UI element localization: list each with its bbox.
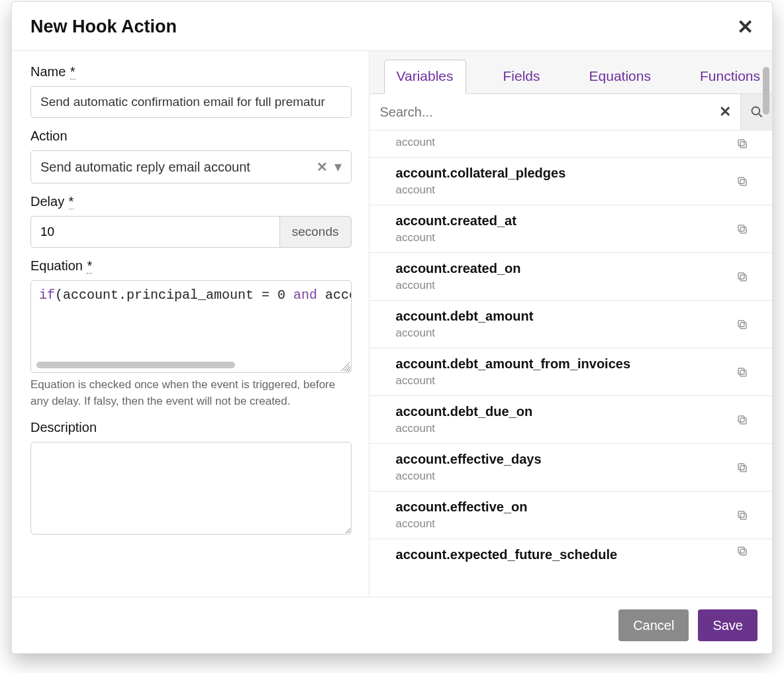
textarea-equation[interactable]: if(account.principal_amount = 0 and acco…	[30, 280, 352, 373]
field-description: Description	[30, 420, 352, 537]
variable-context: account	[396, 470, 732, 483]
form-pane: Name * Action Send automatic reply email…	[12, 51, 369, 597]
copy-icon[interactable]	[736, 138, 748, 150]
svg-rect-17	[738, 464, 744, 470]
clear-search-button[interactable]: ✕	[709, 94, 740, 130]
variable-name: account.debt_amount_from_invoices	[396, 356, 732, 372]
equation-scrollbar[interactable]	[36, 362, 235, 368]
clear-action-icon[interactable]: ✕	[317, 159, 328, 175]
field-delay: Delay * seconds	[30, 194, 352, 248]
svg-rect-14	[740, 418, 746, 424]
copy-icon[interactable]	[736, 545, 748, 557]
delay-row: seconds	[30, 216, 352, 248]
close-icon: ✕	[719, 103, 731, 121]
svg-rect-4	[740, 180, 746, 185]
variable-name: account.collateral_pledges	[396, 166, 732, 181]
copy-icon[interactable]	[736, 176, 748, 187]
modal-title: New Hook Action	[30, 17, 177, 37]
svg-rect-20	[740, 549, 746, 555]
copy-icon[interactable]	[736, 509, 748, 521]
input-delay[interactable]	[30, 216, 279, 248]
variable-row[interactable]: account.debt_due_onaccount	[369, 396, 772, 444]
variable-row[interactable]: account.effective_onaccount	[369, 492, 772, 539]
label-name: Name	[30, 64, 66, 79]
copy-icon[interactable]	[736, 223, 748, 235]
variable-name: account.created_on	[396, 261, 732, 276]
modal-footer: Cancel Save	[12, 597, 772, 653]
svg-rect-2	[740, 142, 746, 148]
equation-help-text: Equation is checked once when the event …	[30, 377, 352, 409]
copy-icon[interactable]	[736, 319, 748, 331]
tab-variables[interactable]: Variables	[384, 60, 466, 94]
variable-name: account.debt_amount	[396, 309, 732, 324]
variables-list: accountaccount.collateral_pledgesaccount…	[369, 130, 772, 597]
svg-rect-11	[738, 321, 744, 327]
variable-context: account	[396, 136, 732, 149]
copy-icon[interactable]	[736, 271, 748, 283]
svg-point-0	[752, 107, 760, 115]
svg-rect-18	[740, 513, 746, 519]
svg-rect-19	[738, 511, 744, 517]
variable-name: account.created_at	[396, 213, 732, 229]
field-name: Name *	[30, 64, 352, 118]
modal-header: New Hook Action ✕	[12, 2, 772, 51]
variable-name: account.expected_future_schedule	[396, 547, 732, 562]
select-action[interactable]: Send automatic reply email account ✕ ▾	[30, 150, 352, 183]
svg-rect-3	[738, 140, 744, 146]
resize-handle-icon[interactable]	[340, 362, 350, 371]
variable-row[interactable]: account.collateral_pledgesaccount	[369, 158, 772, 205]
svg-rect-6	[740, 227, 746, 233]
save-button[interactable]: Save	[698, 609, 758, 641]
reference-tabs: Variables Fields Equations Functions	[369, 59, 772, 94]
search-input[interactable]	[369, 94, 709, 130]
variable-row[interactable]: account.debt_amountaccount	[369, 301, 772, 348]
svg-rect-16	[740, 466, 746, 472]
copy-icon[interactable]	[736, 462, 748, 474]
cancel-button[interactable]: Cancel	[618, 609, 689, 641]
action-selected-value: Send automatic reply email account	[40, 160, 310, 175]
scrollbar-thumb[interactable]	[763, 67, 769, 115]
close-button[interactable]: ✕	[737, 17, 754, 37]
tab-fields[interactable]: Fields	[491, 60, 552, 93]
textarea-description[interactable]	[30, 442, 352, 535]
variable-row[interactable]: account.created_onaccount	[369, 253, 772, 301]
variable-name: account.effective_days	[396, 452, 732, 467]
variable-row[interactable]: account.expected_future_schedule	[369, 539, 772, 562]
variable-context: account	[396, 517, 732, 531]
variable-row[interactable]: account.created_ataccount	[369, 205, 772, 253]
field-action: Action Send automatic reply email accoun…	[30, 129, 352, 183]
variable-name: account.effective_on	[396, 499, 732, 515]
copy-icon[interactable]	[736, 366, 748, 378]
delay-unit: seconds	[279, 216, 352, 248]
variable-row[interactable]: account.effective_daysaccount	[369, 444, 772, 492]
tab-equations[interactable]: Equations	[577, 60, 663, 93]
svg-rect-13	[738, 368, 744, 374]
variable-context: account	[396, 183, 732, 197]
reference-pane: Variables Fields Equations Functions ✕ a…	[369, 51, 772, 597]
chevron-down-icon[interactable]: ▾	[334, 158, 342, 176]
variable-row[interactable]: account	[369, 130, 772, 158]
svg-rect-7	[738, 225, 744, 231]
variable-name: account.debt_due_on	[396, 404, 732, 419]
variable-row[interactable]: account.debt_amount_from_invoicesaccount	[369, 348, 772, 396]
svg-rect-12	[740, 370, 746, 376]
required-indicator: *	[70, 64, 75, 79]
svg-rect-8	[740, 275, 746, 281]
variable-context: account	[396, 422, 732, 435]
svg-rect-21	[738, 547, 744, 553]
tab-functions[interactable]: Functions	[688, 60, 772, 93]
svg-rect-10	[740, 323, 746, 329]
svg-rect-5	[738, 178, 744, 183]
copy-icon[interactable]	[736, 414, 748, 426]
search-icon	[750, 105, 763, 119]
required-indicator: *	[87, 258, 92, 274]
variable-context: account	[396, 279, 732, 292]
input-name[interactable]	[30, 86, 352, 118]
label-equation: Equation	[30, 258, 83, 274]
label-action: Action	[30, 129, 68, 144]
label-description: Description	[30, 420, 97, 435]
field-equation: Equation * if(account.principal_amount =…	[30, 258, 352, 409]
variable-context: account	[396, 374, 732, 388]
variable-context: account	[396, 327, 732, 340]
svg-rect-15	[738, 416, 744, 422]
